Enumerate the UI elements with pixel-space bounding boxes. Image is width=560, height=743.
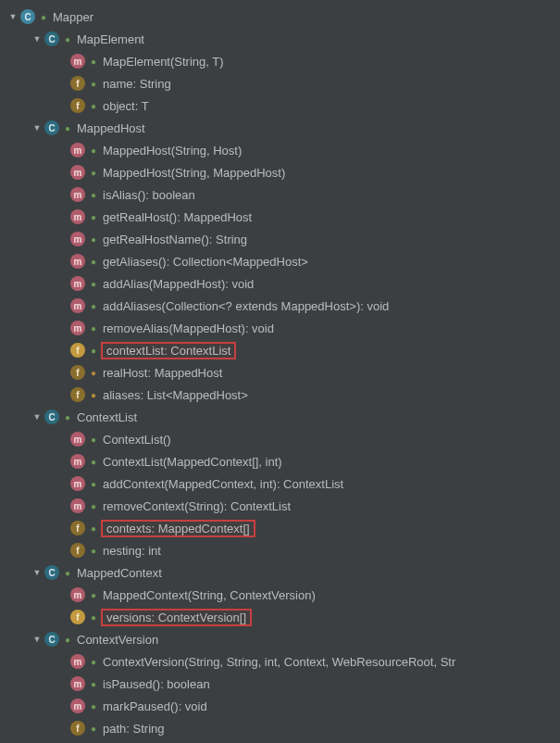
node-label: MappedHost(String, Host) — [103, 144, 242, 157]
field-icon: f — [70, 343, 85, 358]
tree-node[interactable]: m●removeAlias(MappedHost): void — [0, 317, 560, 339]
tree-node[interactable]: ▼C●MapElement — [0, 28, 560, 50]
tree-node[interactable]: m●markPaused(): void — [0, 695, 560, 717]
visibility-public-icon: ● — [63, 34, 72, 44]
node-label: contextList: ContextList — [101, 342, 236, 359]
tree-node[interactable]: f●contexts: MappedContext[] — [0, 517, 560, 539]
node-label: versions: ContextVersion[] — [101, 609, 252, 626]
tree-node[interactable]: m●ContextList() — [0, 428, 560, 450]
method-icon: m — [70, 54, 85, 69]
visibility-public-icon: ● — [63, 412, 72, 422]
tree-node[interactable]: m●getRealHostName(): String — [0, 228, 560, 250]
tree-node[interactable]: f●versions: ContextVersion[] — [0, 606, 560, 628]
tree-node[interactable]: f●realHost: MappedHost — [0, 361, 560, 384]
method-icon: m — [70, 165, 85, 180]
node-label: getRealHost(): MappedHost — [103, 210, 252, 224]
tree-node[interactable]: m●isAlias(): boolean — [0, 183, 560, 206]
method-icon: m — [70, 432, 85, 447]
tree-node[interactable]: m●removeContext(String): ContextList — [0, 495, 560, 517]
node-label: getRealHostName(): String — [103, 233, 247, 246]
node-label: MapElement(String, T) — [103, 55, 224, 69]
tree-node[interactable]: m●addAliases(Collection<? extends Mapped… — [0, 295, 560, 317]
tree-node[interactable]: m●addAlias(MappedHost): void — [0, 272, 560, 295]
node-label: MappedHost — [77, 121, 145, 135]
visibility-protected-icon: ● — [89, 368, 98, 377]
chevron-down-icon[interactable]: ▼ — [31, 33, 43, 44]
method-icon: m — [70, 676, 85, 691]
node-label: Mapper — [53, 10, 93, 24]
node-label: ContextList() — [103, 433, 171, 447]
node-label: addAlias(MappedHost): void — [103, 277, 254, 291]
tree-node[interactable]: ▼C●ContextVersion — [0, 628, 560, 650]
chevron-down-icon[interactable]: ▼ — [7, 11, 19, 22]
tree-node[interactable]: f●nesting: int — [0, 539, 560, 561]
tree-node[interactable]: f●name: String — [0, 72, 560, 94]
visibility-public-icon: ● — [89, 679, 98, 688]
node-label: isPaused(): boolean — [103, 677, 210, 691]
method-icon: m — [70, 276, 85, 291]
class-icon: C — [20, 9, 35, 24]
tree-node[interactable]: m●addContext(MappedContext, int): Contex… — [0, 472, 560, 495]
class-icon: C — [44, 565, 59, 580]
visibility-public-icon: ● — [89, 168, 98, 177]
tree-node[interactable]: m●ContextVersion(String, String, int, Co… — [0, 650, 560, 673]
visibility-public-icon: ● — [89, 657, 98, 666]
field-icon: f — [70, 98, 85, 113]
node-label: removeContext(String): ContextList — [103, 499, 291, 513]
chevron-down-icon[interactable]: ▼ — [31, 567, 43, 578]
method-icon: m — [70, 209, 85, 224]
method-icon: m — [70, 699, 85, 713]
visibility-public-icon: ● — [89, 479, 98, 488]
tree-node[interactable]: f●aliases: List<MappedHost> — [0, 384, 560, 406]
visibility-public-icon: ● — [89, 257, 98, 266]
chevron-down-icon[interactable]: ▼ — [31, 122, 43, 133]
tree-node[interactable]: m●isPaused(): boolean — [0, 673, 560, 695]
chevron-down-icon[interactable]: ▼ — [31, 634, 43, 645]
class-icon: C — [44, 31, 59, 46]
tree-node[interactable]: m●MapElement(String, T) — [0, 50, 560, 72]
tree-node[interactable]: m●getAliases(): Collection<MappedHost> — [0, 250, 560, 272]
visibility-public-icon: ● — [89, 501, 98, 510]
tree-node[interactable]: ▼C●ContextList — [0, 406, 560, 428]
node-label: addAliases(Collection<? extends MappedHo… — [103, 299, 389, 313]
method-icon: m — [70, 654, 85, 669]
node-label: ContextVersion — [77, 633, 158, 647]
method-icon: m — [70, 498, 85, 513]
visibility-public-icon: ● — [89, 457, 98, 466]
node-label: MappedHost(String, MappedHost) — [103, 166, 285, 180]
tree-node[interactable]: ▼C●MappedHost — [0, 117, 560, 139]
tree-node[interactable]: f●path: String — [0, 717, 560, 739]
method-icon: m — [70, 321, 85, 335]
field-icon: f — [70, 543, 85, 558]
class-icon: C — [44, 632, 59, 647]
tree-node[interactable]: f●contextList: ContextList — [0, 339, 560, 361]
visibility-public-icon: ● — [63, 123, 72, 132]
visibility-public-icon: ● — [89, 301, 98, 310]
node-label: path: String — [103, 722, 165, 736]
tree-node[interactable]: ▼C●MappedContext — [0, 561, 560, 584]
tree-node[interactable]: m●MappedHost(String, Host) — [0, 139, 560, 161]
tree-node[interactable]: m●MappedContext(String, ContextVersion) — [0, 584, 560, 606]
method-icon: m — [70, 187, 85, 202]
visibility-public-icon: ● — [89, 57, 98, 66]
node-label: object: T — [103, 99, 149, 113]
visibility-public-icon: ● — [89, 612, 98, 622]
visibility-public-icon: ● — [89, 590, 98, 599]
visibility-public-icon: ● — [89, 190, 98, 199]
node-label: aliases: List<MappedHost> — [103, 388, 248, 402]
tree-node[interactable]: ▼C●Mapper — [0, 6, 560, 28]
tree-node[interactable]: m●ContextList(MappedContext[], int) — [0, 450, 560, 472]
visibility-public-icon: ● — [89, 546, 98, 555]
chevron-down-icon[interactable]: ▼ — [31, 411, 43, 422]
node-label: MappedContext(String, ContextVersion) — [103, 588, 316, 602]
class-icon: C — [44, 409, 59, 424]
node-label: addContext(MappedContext, int): ContextL… — [103, 477, 343, 491]
tree-node[interactable]: f●object: T — [0, 94, 560, 117]
tree-node[interactable]: m●getRealHost(): MappedHost — [0, 206, 560, 228]
node-label: contexts: MappedContext[] — [101, 520, 255, 537]
method-icon: m — [70, 476, 85, 491]
field-icon: f — [70, 721, 85, 736]
field-icon: f — [70, 521, 85, 535]
tree-node[interactable]: m●MappedHost(String, MappedHost) — [0, 161, 560, 183]
visibility-public-icon: ● — [89, 145, 98, 155]
